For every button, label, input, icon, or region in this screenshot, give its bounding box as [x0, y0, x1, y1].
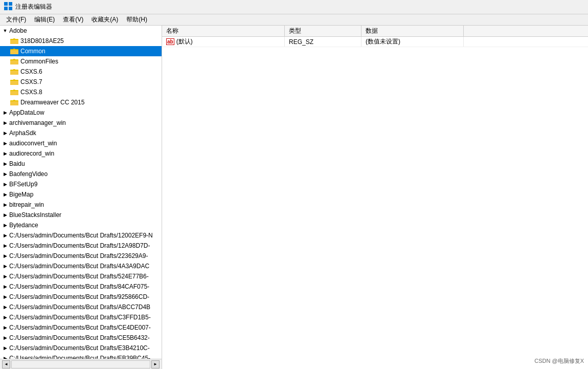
tree-item-audiorecord[interactable]: ▶audiorecord_win	[0, 148, 162, 159]
cell-data: (数值未设置)	[361, 37, 464, 47]
expand-arrow[interactable]: ▼	[2, 28, 8, 33]
tree-item-bitrepair[interactable]: ▶bitrepair_win	[0, 200, 162, 210]
tree-item-bcut6[interactable]: ▶C:/Users/admin/Documents/Bcut Drafts/84…	[0, 281, 162, 292]
tree-item-bcut8[interactable]: ▶C:/Users/admin/Documents/Bcut Drafts/AB…	[0, 302, 162, 312]
tree-item-bcut5[interactable]: ▶C:/Users/admin/Documents/Bcut Drafts/52…	[0, 271, 162, 281]
menu-help[interactable]: 帮助(H)	[122, 14, 151, 25]
tree-item-label: CommonFiles	[20, 58, 58, 65]
expand-arrow[interactable]: ▶	[2, 131, 8, 136]
expand-arrow[interactable]: ▶	[2, 120, 8, 125]
tree-item-csxs7[interactable]: CSXS.7	[0, 77, 162, 87]
tree-item-bcut11[interactable]: ▶C:/Users/admin/Documents/Bcut Drafts/CE…	[0, 333, 162, 343]
tree-item-bcut9[interactable]: ▶C:/Users/admin/Documents/Bcut Drafts/C3…	[0, 312, 162, 322]
expand-arrow[interactable]: ▶	[2, 192, 8, 197]
left-panel: ▼Adobe 318D8018AE25 Common CommonFiles C…	[0, 26, 162, 369]
tree-item-bigemap[interactable]: ▶BigeMap	[0, 189, 162, 200]
tree-item-appdatalow[interactable]: ▶AppDataLow	[0, 107, 162, 118]
menu-edit[interactable]: 编辑(E)	[30, 14, 59, 25]
tree-item-label: C:/Users/admin/Documents/Bcut Drafts/ABC…	[9, 303, 150, 311]
tree-item-adobe[interactable]: ▼Adobe	[0, 26, 162, 36]
expand-arrow[interactable]: ▶	[2, 294, 8, 299]
tree-item-label: BlueStacksInstaller	[9, 211, 61, 219]
tree-item-label: CSXS.8	[20, 89, 42, 96]
tree-item-bcut1[interactable]: ▶C:/Users/admin/Documents/Bcut Drafts/12…	[0, 230, 162, 241]
scroll-right-btn[interactable]: ►	[151, 360, 160, 368]
table-row[interactable]: ab(默认)REG_SZ(数值未设置)	[162, 37, 588, 47]
tree-item-common[interactable]: Common	[0, 46, 162, 56]
expand-arrow[interactable]: ▶	[2, 223, 8, 228]
right-content: ab(默认)REG_SZ(数值未设置)	[162, 37, 588, 369]
svg-rect-9	[10, 60, 18, 64]
expand-arrow[interactable]: ▶	[2, 141, 8, 146]
tree-item-label: bitrepair_win	[9, 201, 44, 208]
tree-item-bcut4[interactable]: ▶C:/Users/admin/Documents/Bcut Drafts/4A…	[0, 261, 162, 271]
expand-arrow[interactable]: ▶	[2, 305, 8, 310]
tree-item-bcut2[interactable]: ▶C:/Users/admin/Documents/Bcut Drafts/12…	[0, 241, 162, 251]
horizontal-scrollbar: ◄ ►	[2, 360, 160, 368]
tree-item-label: C:/Users/admin/Documents/Bcut Drafts/E3B…	[9, 344, 150, 352]
tree-item-baidu[interactable]: ▶Baidu	[0, 159, 162, 169]
tree-item-bcut7[interactable]: ▶C:/Users/admin/Documents/Bcut Drafts/92…	[0, 292, 162, 302]
expand-arrow[interactable]: ▶	[2, 335, 8, 340]
tree-item-label: C:/Users/admin/Documents/Bcut Drafts/EB3…	[9, 355, 150, 359]
scroll-track[interactable]	[11, 360, 150, 368]
tree-item-archivemanager[interactable]: ▶archivemanager_win	[0, 118, 162, 128]
tree-item-bytedance[interactable]: ▶Bytedance	[0, 220, 162, 230]
expand-arrow[interactable]: ▶	[2, 315, 8, 320]
scroll-left-btn[interactable]: ◄	[2, 360, 10, 368]
tree-item-audioconvert[interactable]: ▶audioconvert_win	[0, 138, 162, 148]
tree-item-bcut10[interactable]: ▶C:/Users/admin/Documents/Bcut Drafts/CE…	[0, 322, 162, 333]
tree-item-318d[interactable]: 318D8018AE25	[0, 36, 162, 46]
expand-arrow[interactable]: ▶	[2, 212, 8, 218]
expand-arrow[interactable]: ▶	[2, 253, 8, 258]
tree-item-bfsetup9[interactable]: ▶BFSetUp9	[0, 179, 162, 189]
tree-item-baofengvideo[interactable]: ▶BaofengVideo	[0, 169, 162, 179]
expand-arrow[interactable]: ▶	[2, 345, 8, 351]
tree-item-label: Baidu	[9, 160, 25, 167]
expand-arrow[interactable]: ▶	[2, 110, 8, 115]
tree-item-bcut12[interactable]: ▶C:/Users/admin/Documents/Bcut Drafts/E3…	[0, 343, 162, 353]
col-type[interactable]: 类型	[285, 26, 361, 36]
svg-rect-0	[4, 2, 8, 6]
expand-arrow[interactable]: ▶	[2, 202, 8, 207]
svg-rect-15	[10, 91, 18, 95]
expand-arrow[interactable]: ▶	[2, 243, 8, 248]
tree-item-bluestacks[interactable]: ▶BlueStacksInstaller	[0, 210, 162, 220]
tree-item-csxs8[interactable]: CSXS.8	[0, 87, 162, 97]
tree-item-label: BigeMap	[9, 191, 33, 198]
tree-view[interactable]: ▼Adobe 318D8018AE25 Common CommonFiles C…	[0, 26, 162, 359]
svg-rect-7	[10, 50, 18, 54]
left-panel-bottom-bar: ◄ ►	[0, 359, 162, 369]
expand-arrow[interactable]: ▶	[2, 264, 8, 269]
folder-icon	[10, 37, 18, 45]
expand-arrow[interactable]: ▶	[2, 171, 8, 177]
tree-item-bcut13[interactable]: ▶C:/Users/admin/Documents/Bcut Drafts/EB…	[0, 353, 162, 359]
svg-rect-11	[10, 71, 18, 75]
expand-arrow[interactable]: ▶	[2, 161, 8, 166]
tree-item-label: Dreamweaver CC 2015	[20, 99, 84, 106]
expand-arrow[interactable]: ▶	[2, 274, 8, 279]
menu-bar: 文件(F)编辑(E)查看(V)收藏夹(A)帮助(H)	[0, 14, 588, 26]
tree-item-bcut3[interactable]: ▶C:/Users/admin/Documents/Bcut Drafts/22…	[0, 251, 162, 261]
expand-arrow[interactable]: ▶	[2, 182, 8, 187]
expand-arrow[interactable]: ▶	[2, 325, 8, 330]
tree-item-label: C:/Users/admin/Documents/Bcut Drafts/524…	[9, 273, 149, 280]
col-data[interactable]: 数据	[361, 26, 464, 36]
tree-item-label: C:/Users/admin/Documents/Bcut Drafts/12A…	[9, 242, 150, 249]
menu-view[interactable]: 查看(V)	[59, 14, 87, 25]
menu-file[interactable]: 文件(F)	[2, 14, 30, 25]
tree-item-dreamweaver[interactable]: Dreamweaver CC 2015	[0, 97, 162, 107]
expand-arrow[interactable]: ▶	[2, 284, 8, 289]
col-name[interactable]: 名称	[162, 26, 285, 36]
folder-icon	[10, 68, 18, 75]
right-panel: 名称类型数据 ab(默认)REG_SZ(数值未设置)	[162, 26, 588, 369]
folder-icon	[10, 58, 18, 65]
tree-item-alphasdk[interactable]: ▶ArphaSdk	[0, 128, 162, 138]
svg-rect-17	[10, 101, 18, 105]
menu-favorites[interactable]: 收藏夹(A)	[87, 14, 122, 25]
expand-arrow[interactable]: ▶	[2, 233, 8, 238]
tree-item-label: 318D8018AE25	[20, 37, 64, 45]
tree-item-csxs6[interactable]: CSXS.6	[0, 67, 162, 77]
tree-item-commonfiles[interactable]: CommonFiles	[0, 56, 162, 67]
expand-arrow[interactable]: ▶	[2, 151, 8, 156]
